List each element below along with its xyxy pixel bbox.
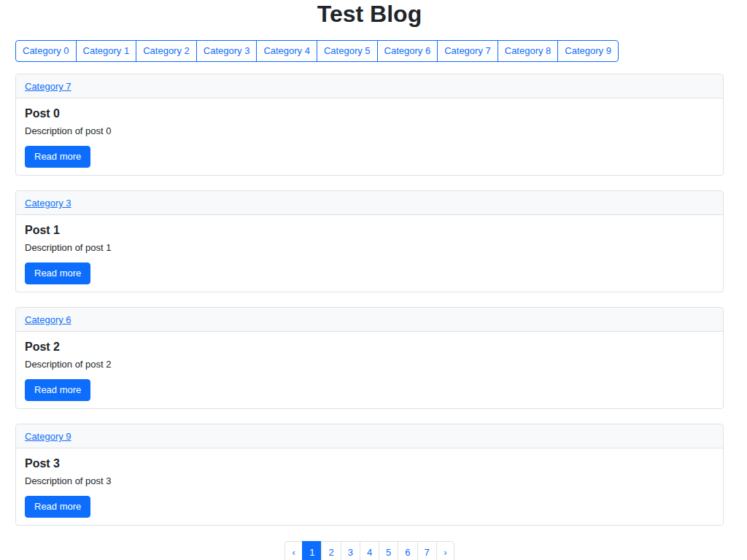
- post-card-body: Post 0 Description of post 0 Read more: [16, 98, 723, 175]
- pagination-page-3-link[interactable]: 3: [341, 541, 360, 560]
- pagination-prev[interactable]: ‹: [285, 541, 303, 560]
- post-category-link[interactable]: Category 9: [25, 431, 71, 442]
- pagination-page-6[interactable]: 6: [398, 541, 417, 560]
- pagination-page-4-link[interactable]: 4: [360, 541, 379, 560]
- category-button-6[interactable]: Category 6: [377, 40, 438, 62]
- post-category-link[interactable]: Category 6: [25, 314, 71, 325]
- category-button-9[interactable]: Category 9: [557, 40, 619, 62]
- post-card-header: Category 9: [16, 424, 723, 448]
- post-title: Post 0: [25, 107, 714, 120]
- category-button-2[interactable]: Category 2: [136, 40, 197, 62]
- pagination-page-6-link[interactable]: 6: [398, 541, 417, 560]
- category-button-7[interactable]: Category 7: [437, 40, 498, 62]
- post-card: Category 7 Post 0 Description of post 0 …: [15, 74, 724, 176]
- category-button-5[interactable]: Category 5: [317, 40, 378, 62]
- post-card-body: Post 2 Description of post 2 Read more: [16, 332, 723, 408]
- pagination-next[interactable]: ›: [436, 541, 454, 560]
- post-description: Description of post 2: [25, 359, 714, 370]
- post-card-header: Category 7: [16, 74, 723, 98]
- post-card-body: Post 1 Description of post 1 Read more: [16, 215, 723, 292]
- pagination-page-1-link[interactable]: 1: [302, 541, 322, 560]
- post-card: Category 6 Post 2 Description of post 2 …: [15, 307, 724, 409]
- post-description: Description of post 0: [25, 125, 714, 137]
- pagination-page-5-link[interactable]: 5: [379, 541, 398, 560]
- page-container: Test Blog Category 0 Category 1 Category…: [15, 0, 724, 560]
- category-button-3[interactable]: Category 3: [196, 40, 258, 62]
- pagination-page-4[interactable]: 4: [360, 541, 379, 560]
- post-title: Post 3: [25, 457, 714, 470]
- category-button-4[interactable]: Category 4: [256, 40, 317, 62]
- pagination-page-7-link[interactable]: 7: [417, 541, 437, 560]
- post-card-header: Category 6: [16, 308, 723, 332]
- pagination-prev-link[interactable]: ‹: [285, 541, 303, 560]
- category-button-0[interactable]: Category 0: [15, 40, 77, 62]
- pagination-page-7[interactable]: 7: [417, 541, 437, 560]
- post-card: Category 3 Post 1 Description of post 1 …: [15, 190, 724, 292]
- post-description: Description of post 3: [25, 475, 714, 487]
- post-description: Description of post 1: [25, 242, 714, 254]
- pagination-next-link[interactable]: ›: [436, 541, 454, 560]
- read-more-button[interactable]: Read more: [25, 146, 90, 168]
- pagination-page-5[interactable]: 5: [379, 541, 398, 560]
- pagination-page-2[interactable]: 2: [321, 541, 341, 560]
- pagination-page-1[interactable]: 1: [302, 541, 322, 560]
- post-title: Post 1: [25, 224, 714, 237]
- post-title: Post 2: [25, 341, 714, 354]
- read-more-button[interactable]: Read more: [25, 496, 90, 518]
- category-nav: Category 0 Category 1 Category 2 Categor…: [15, 40, 619, 62]
- post-category-link[interactable]: Category 7: [25, 81, 71, 92]
- post-card: Category 9 Post 3 Description of post 3 …: [15, 424, 724, 526]
- category-button-8[interactable]: Category 8: [498, 40, 559, 62]
- pagination: ‹ 1 2 3 4 5 6 7 ›: [15, 541, 724, 560]
- read-more-button[interactable]: Read more: [25, 379, 90, 401]
- category-button-1[interactable]: Category 1: [76, 40, 137, 62]
- read-more-button[interactable]: Read more: [25, 262, 90, 284]
- pagination-page-2-link[interactable]: 2: [321, 541, 341, 560]
- post-card-header: Category 3: [16, 191, 723, 215]
- post-category-link[interactable]: Category 3: [25, 198, 71, 209]
- pagination-page-3[interactable]: 3: [341, 541, 360, 560]
- page-title: Test Blog: [15, 0, 724, 26]
- post-card-body: Post 3 Description of post 3 Read more: [16, 448, 723, 525]
